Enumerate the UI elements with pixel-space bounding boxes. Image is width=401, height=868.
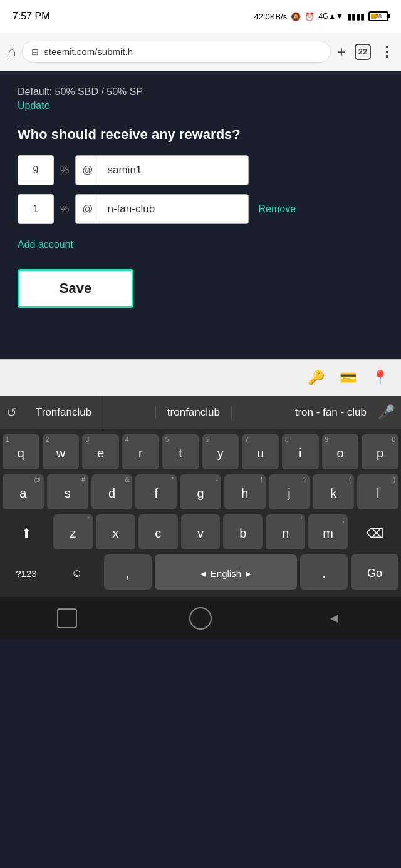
key-o[interactable]: 9o: [322, 434, 359, 469]
key-d[interactable]: &d: [91, 474, 133, 509]
signal-icon: ▮▮▮▮: [347, 12, 365, 21]
pin-icon[interactable]: 📍: [372, 370, 388, 386]
autocomplete-word-2[interactable]: tronfanclub: [155, 406, 232, 419]
key-num[interactable]: ?123: [3, 554, 50, 590]
key-l[interactable]: )l: [357, 474, 398, 509]
key-h[interactable]: !h: [224, 474, 266, 509]
status-icons: 42.0KB/s 🔕 ⏰ 4G▲▼ ▮▮▮▮ 38: [254, 11, 388, 21]
url-icon: ⊟: [31, 47, 39, 57]
autocomplete-word-1[interactable]: Tronfanclub: [24, 396, 103, 429]
keyboard: 1q 2w 3e 4r 5t 6y 7u 8i 9o 0p @a #s &d *…: [0, 429, 401, 597]
network-icon: 4G▲▼: [318, 12, 343, 21]
key-t[interactable]: 5t: [162, 434, 199, 469]
at-symbol-2: @: [76, 195, 100, 223]
autocomplete-word-3[interactable]: tron - fan - club: [284, 396, 378, 429]
remove-button-2[interactable]: Remove: [259, 203, 296, 215]
username-input-2[interactable]: [100, 195, 248, 223]
key-space[interactable]: ◄ English ►: [155, 554, 298, 590]
key-row-qwerty: 1q 2w 3e 4r 5t 6y 7u 8i 9o 0p: [3, 434, 398, 469]
autocomplete-bar: ↺ Tronfanclub tronfanclub tron - fan - c…: [0, 396, 401, 429]
browser-chrome: ⌂ ⊟ steemit.com/submit.h + 22 ⋮: [0, 33, 401, 71]
autocomplete-center: tronfanclub: [103, 406, 284, 419]
battery-icon: 38: [368, 11, 388, 21]
key-y[interactable]: 6y: [202, 434, 239, 469]
username-input-group-1: @: [75, 155, 248, 185]
rewards-title: Who should receive any rewards?: [18, 126, 383, 143]
key-row-bottom: ?123 ☺ , ◄ English ► . Go: [3, 554, 398, 590]
key-n[interactable]: 'n: [266, 514, 305, 549]
refresh-icon[interactable]: ↺: [6, 405, 17, 420]
beneficiary-row-1: 9 % @: [18, 155, 383, 185]
key-e[interactable]: 3e: [82, 434, 119, 469]
key-backspace[interactable]: ⌫: [351, 514, 398, 549]
username-input-1[interactable]: [100, 156, 248, 185]
home-circle-icon: [189, 607, 212, 630]
percent-input-1[interactable]: 9: [18, 155, 54, 185]
url-text: steemit.com/submit.h: [44, 46, 133, 57]
status-bar: 7:57 PM 42.0KB/s 🔕 ⏰ 4G▲▼ ▮▮▮▮ 38: [0, 0, 401, 33]
key-b[interactable]: b: [223, 514, 263, 549]
nav-recents-button[interactable]: [48, 600, 86, 637]
network-speed: 42.0KB/s: [254, 12, 287, 21]
mute-icon: 🔕: [291, 12, 301, 21]
key-v[interactable]: v: [181, 514, 221, 549]
percent-sign-2: %: [60, 203, 69, 215]
percent-input-2[interactable]: 1: [18, 194, 54, 224]
web-content: Default: 50% SBD / 50% SP Update Who sho…: [0, 71, 401, 359]
key-emoji[interactable]: ☺: [53, 554, 101, 590]
key-u[interactable]: 7u: [242, 434, 279, 469]
tab-count-button[interactable]: 22: [355, 44, 371, 60]
key-row-zxcv: ⬆ "z x c v b 'n ;m ⌫: [3, 514, 398, 549]
key-row-asdf: @a #s &d *f -g !h ?j (k )l: [3, 474, 398, 509]
alarm-icon: ⏰: [305, 12, 315, 21]
key-icon[interactable]: 🔑: [308, 370, 325, 386]
key-p[interactable]: 0p: [362, 434, 398, 469]
key-comma[interactable]: ,: [104, 554, 152, 590]
add-account-button[interactable]: Add account: [18, 239, 73, 250]
beneficiary-row-2: 1 % @ Remove: [18, 194, 383, 224]
key-c[interactable]: c: [138, 514, 178, 549]
key-x[interactable]: x: [96, 514, 135, 549]
keyboard-toolbar: 🔑 💳 📍: [0, 359, 401, 396]
mic-icon[interactable]: 🎤: [378, 404, 395, 421]
new-tab-button[interactable]: +: [337, 43, 346, 61]
percent-sign-1: %: [60, 165, 69, 176]
key-r[interactable]: 4r: [122, 434, 159, 469]
key-period[interactable]: .: [300, 554, 348, 590]
key-i[interactable]: 8i: [282, 434, 319, 469]
key-f[interactable]: *f: [135, 474, 177, 509]
key-w[interactable]: 2w: [43, 434, 80, 469]
key-z[interactable]: "z: [53, 514, 93, 549]
key-s[interactable]: #s: [47, 474, 88, 509]
default-reward-text: Default: 50% SBD / 50% SP: [18, 86, 383, 98]
key-q[interactable]: 1q: [3, 434, 39, 469]
status-time: 7:57 PM: [13, 11, 50, 22]
nav-home-button[interactable]: [182, 600, 219, 637]
browser-menu-button[interactable]: ⋮: [380, 44, 393, 60]
key-shift[interactable]: ⬆: [3, 514, 50, 549]
key-m[interactable]: ;m: [308, 514, 348, 549]
key-go[interactable]: Go: [351, 554, 398, 590]
key-j[interactable]: ?j: [269, 474, 310, 509]
key-k[interactable]: (k: [313, 474, 354, 509]
nav-bar: ◄: [0, 597, 401, 640]
recents-icon: [57, 608, 77, 628]
browser-home-button[interactable]: ⌂: [8, 44, 16, 60]
nav-back-button[interactable]: ◄: [315, 600, 353, 637]
at-symbol-1: @: [76, 156, 100, 185]
battery-level: 38: [375, 13, 382, 19]
address-bar[interactable]: ⊟ steemit.com/submit.h: [22, 41, 331, 63]
save-button[interactable]: Save: [18, 269, 133, 308]
key-a[interactable]: @a: [3, 474, 44, 509]
update-link[interactable]: Update: [18, 100, 50, 111]
back-icon: ◄: [327, 610, 341, 626]
key-g[interactable]: -g: [180, 474, 221, 509]
username-input-group-2: @: [75, 194, 248, 224]
chrome-actions: + 22 ⋮: [337, 43, 393, 61]
card-icon[interactable]: 💳: [340, 370, 357, 386]
